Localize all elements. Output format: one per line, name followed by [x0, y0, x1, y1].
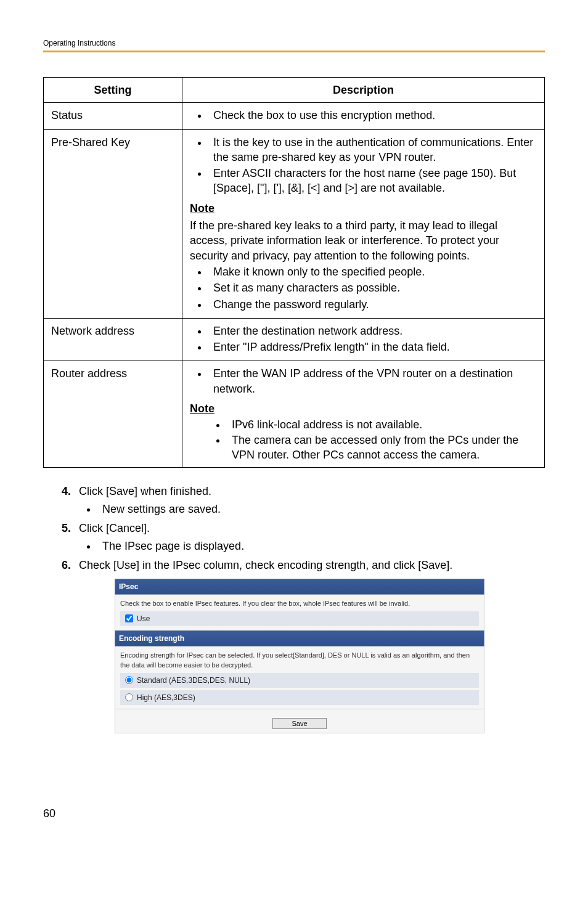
encoding-panel-title: Encoding strength	[115, 630, 484, 646]
step-item: Click [Cancel]. The IPsec page is displa…	[62, 520, 545, 555]
table-row: Router address Enter the WAN IP address …	[44, 361, 545, 468]
step-item: Click [Save] when finished. New settings…	[62, 483, 545, 518]
step-sub: The IPsec page is displayed.	[97, 538, 545, 555]
desc-bullet: It is the key to use in the authenticati…	[208, 135, 537, 165]
ipsec-panel-body: Check the box to enable IPsec features. …	[115, 595, 484, 630]
note-text: If the pre-shared key leaks to a third p…	[190, 218, 537, 263]
page-number: 60	[43, 807, 545, 820]
steps-list: Click [Save] when finished. New settings…	[43, 483, 545, 733]
high-radio[interactable]	[125, 693, 133, 701]
use-checkbox[interactable]	[125, 614, 133, 622]
desc-bullet: Check the box to use this encryption met…	[208, 108, 537, 123]
encoding-panel-body: Encoding strength for IPsec can be selec…	[115, 646, 484, 709]
setting-desc: Enter the destination network address. E…	[182, 318, 545, 361]
setting-desc: It is the key to use in the authenticati…	[182, 129, 545, 318]
use-label: Use	[137, 613, 150, 624]
step-text: Click [Save] when finished.	[79, 485, 211, 497]
save-row: Save	[115, 714, 484, 733]
step-sub: New settings are saved.	[97, 501, 545, 518]
page-header: Operating Instructions	[43, 37, 545, 52]
setting-label: Network address	[44, 318, 182, 361]
high-label: High (AES,3DES)	[137, 692, 195, 703]
table-row: Network address Enter the destination ne…	[44, 318, 545, 361]
note-bullet: Set it as many characters as possible.	[208, 280, 537, 295]
encoding-option-high[interactable]: High (AES,3DES)	[120, 690, 479, 705]
setting-label: Pre-Shared Key	[44, 129, 182, 318]
step-item: Check [Use] in the IPsec column, check e…	[62, 557, 545, 733]
ipsec-desc: Check the box to enable IPsec features. …	[120, 598, 479, 609]
setting-desc: Enter the WAN IP address of the VPN rout…	[182, 361, 545, 468]
step-text: Check [Use] in the IPsec column, check e…	[79, 559, 452, 571]
step-text: Click [Cancel].	[79, 522, 150, 534]
table-row: Status Check the box to use this encrypt…	[44, 103, 545, 129]
th-description: Description	[182, 78, 545, 103]
standard-label: Standard (AES,3DES,DES, NULL)	[137, 675, 250, 686]
desc-bullet: Enter the WAN IP address of the VPN rout…	[208, 366, 537, 396]
sub-bullet: The camera can be accessed only from the…	[227, 433, 537, 463]
note-bullet: Change the password regularly.	[208, 297, 537, 312]
note-bullet: Make it known only to the specified peop…	[208, 264, 537, 279]
sub-bullet: IPv6 link-local address is not available…	[227, 417, 537, 432]
use-option[interactable]: Use	[120, 611, 479, 626]
table-row: Pre-Shared Key It is the key to use in t…	[44, 129, 545, 318]
standard-radio[interactable]	[125, 676, 133, 684]
setting-desc: Check the box to use this encryption met…	[182, 103, 545, 129]
note-heading: Note	[190, 401, 214, 416]
setting-label: Status	[44, 103, 182, 129]
desc-bullet: Enter "IP address/Prefix length" in the …	[208, 340, 537, 354]
encoding-option-standard[interactable]: Standard (AES,3DES,DES, NULL)	[120, 673, 479, 688]
th-setting: Setting	[44, 78, 182, 103]
save-button[interactable]: Save	[272, 718, 326, 729]
settings-table: Setting Description Status Check the box…	[43, 77, 545, 468]
setting-label: Router address	[44, 361, 182, 468]
ipsec-panel-title: IPsec	[115, 579, 484, 595]
header-text: Operating Instructions	[43, 39, 115, 47]
note-heading: Note	[190, 201, 214, 216]
encoding-desc: Encoding strength for IPsec can be selec…	[120, 650, 479, 671]
desc-bullet: Enter the destination network address.	[208, 324, 537, 338]
desc-bullet: Enter ASCII characters for the host name…	[208, 166, 537, 196]
embedded-screenshot: IPsec Check the box to enable IPsec feat…	[115, 579, 484, 733]
